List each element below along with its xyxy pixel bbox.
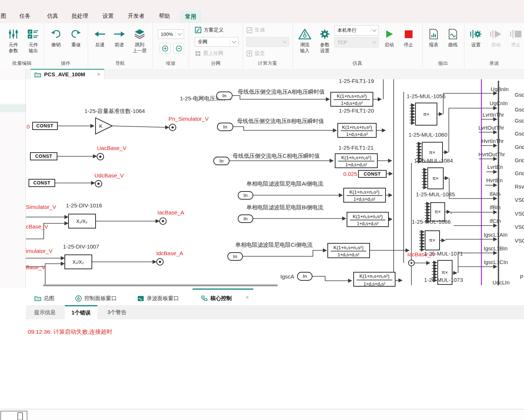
input-port-text: In: [220, 158, 224, 164]
signal-label: UdcBase_V: [94, 172, 124, 179]
close-icon[interactable]: ×: [97, 71, 100, 77]
sidebar-row-selected[interactable]: [0, 104, 26, 112]
tab-errors[interactable]: 1个错误: [65, 305, 97, 319]
run-mode-value: 本机串行: [337, 27, 357, 34]
filter-formula-num: K(1+n₁s+n₂s²): [360, 273, 390, 279]
report-button[interactable]: 报表: [424, 27, 443, 48]
tab-record-panel[interactable]: 录波面板窗口: [137, 295, 179, 302]
param-settings-button[interactable]: 参数 设置: [316, 27, 334, 54]
zoom-out-icon: [176, 45, 182, 52]
generate-button[interactable]: 生成: [246, 27, 265, 33]
mul-block-text: π×: [429, 150, 435, 155]
nav-back-button[interactable]: 后退: [91, 27, 109, 48]
block-id-label: 1-25-MUL-1060: [408, 131, 447, 138]
menu-item-settings[interactable]: 设置: [103, 13, 114, 20]
signal-label: IacBase_A: [407, 251, 434, 257]
redo-button[interactable]: 重做: [66, 27, 86, 48]
const-block-text: CONST: [36, 123, 53, 129]
ribbon-group-compute-plan: 生成 提交 计算方案: [243, 23, 293, 69]
curve-button[interactable]: 曲线: [444, 27, 462, 48]
wire-annotation: 单相电阻滤波阻尼电阻Bi侧电流: [246, 204, 323, 210]
ribbon-group-navigation: 后退 前进 跳到 上一层 导航: [88, 23, 153, 69]
bus-right-label: Grid: [515, 170, 524, 176]
signal-label: IacBase_A: [157, 209, 184, 216]
protocol-dropdown[interactable]: TCP: [334, 37, 379, 47]
nav-forward-button[interactable]: 前进: [110, 27, 129, 48]
menu-item-batch[interactable]: 批处理: [71, 13, 88, 20]
dropdown-divider: [230, 39, 230, 45]
partition-scope-dropdown[interactable]: 全网: [195, 37, 238, 47]
sim-run-button[interactable]: 启动: [381, 27, 398, 48]
peek-window[interactable]: [0, 411, 27, 420]
zoom-in-button[interactable]: [160, 43, 170, 54]
block-id-label: 1-25-MUL-1085: [416, 191, 455, 197]
canvas-tab-pcs-ave-100m[interactable]: PCS_AVE_100M ×: [30, 69, 104, 79]
on-graph-partition-button[interactable]: 图上分网: [195, 50, 223, 57]
record-stop-button[interactable]: 停止: [507, 27, 524, 48]
run-mode-dropdown[interactable]: 本机串行: [334, 25, 379, 36]
filter-formula-num: K(1+n₁s+n₂s²): [334, 245, 364, 250]
menu-item-developer[interactable]: 开发者: [128, 13, 144, 20]
menu-item-sim[interactable]: 仿真: [47, 13, 58, 20]
submit-button[interactable]: 提交: [246, 50, 265, 57]
bus-signal-label: UgBnIn: [491, 86, 508, 92]
canvas-horizontal-scrollbar[interactable]: [43, 284, 278, 286]
powerflow-input-button[interactable]: 潮流 输入: [296, 27, 314, 54]
group-label-output: 输出: [422, 60, 464, 67]
menu-item-help[interactable]: 帮助: [159, 13, 170, 20]
wire-annotation: 母线低压侧交流电压A相电压瞬时值: [238, 89, 325, 95]
record-run-button[interactable]: 启动: [487, 27, 505, 48]
input-port-text: In: [244, 193, 248, 198]
sliders-icon: [4, 27, 23, 41]
close-icon[interactable]: ×: [246, 294, 249, 301]
sim-run-label: 启动: [381, 42, 398, 48]
submit-label: 提交: [255, 50, 265, 57]
arrow-left-icon: [91, 27, 109, 41]
block-id-label: 1-25-容量基准倍数-1064: [84, 108, 145, 114]
tab-core-control[interactable]: 核心控制: [201, 295, 232, 302]
undo-button[interactable]: 撤销: [46, 27, 66, 48]
record-stop-label: 停止: [507, 42, 524, 48]
nav-forward-label: 前进: [110, 42, 129, 48]
tab-info-messages[interactable]: 提示信息: [33, 305, 57, 319]
scheme-define-button[interactable]: 方案定义: [195, 27, 224, 33]
tab-record-panel-label: 录波面板窗口: [147, 295, 179, 302]
zoom-level-dropdown[interactable]: 100%: [158, 29, 184, 39]
arrow-right-icon: [110, 27, 129, 41]
mul-block-text: π×: [433, 176, 439, 181]
sidebar-row[interactable]: [0, 80, 26, 103]
input-port-text: In: [223, 124, 227, 130]
wire-annotation: 单相电阻滤波阻尼电阻Ai侧电流: [246, 180, 323, 187]
curve-doc-icon: [444, 27, 462, 41]
tab-control-panel[interactable]: 控制面板窗口: [75, 295, 117, 302]
const-block-text: CONST: [33, 180, 50, 186]
checklist-icon: [24, 27, 43, 41]
gain-block[interactable]: [96, 118, 112, 134]
block-id-label: 1-25-FILT1-19: [339, 79, 374, 84]
menu-item-common[interactable]: 常用: [180, 10, 201, 23]
component-output-button[interactable]: 元件 输出: [24, 27, 43, 54]
menu-item-task[interactable]: 任务: [19, 13, 30, 20]
filter-formula-den: 1+d₁s+d₂s²: [357, 221, 379, 226]
zoom-level-value: 100%: [161, 31, 173, 37]
doc-upload-icon: [246, 50, 253, 57]
ribbon-group-zoom: 100% 缩放: [153, 23, 189, 69]
ribbon-group-output: 报表 曲线 输出: [422, 23, 464, 69]
tab-overview[interactable]: 总图: [34, 295, 54, 302]
diagram-canvas[interactable]: 1-25-容量基准倍数-1064 0 CONST K Pn_Simulator_…: [26, 79, 524, 288]
tab-overview-label: 总图: [44, 295, 54, 302]
plan-dropdown[interactable]: [246, 37, 289, 47]
zoom-in-icon: [162, 45, 168, 52]
redo-icon: [66, 27, 86, 41]
record-settings-button[interactable]: 设置: [467, 27, 485, 48]
group-label-partition: 分网: [189, 60, 243, 67]
zoom-out-button[interactable]: [173, 43, 184, 54]
nav-up-level-button[interactable]: 跳到 上一层: [129, 27, 150, 54]
sim-stop-button[interactable]: 停止: [400, 27, 417, 48]
tab-warnings[interactable]: 3个警告: [106, 305, 128, 319]
active-tab-indicator: [193, 289, 253, 290]
nav-up-level-label: 跳到 上一层: [129, 42, 150, 54]
menu-item-view[interactable]: 图: [1, 13, 6, 20]
component-params-button[interactable]: 元件 参数: [4, 27, 23, 54]
bus-signal-label: HvrtInThr: [481, 138, 504, 144]
